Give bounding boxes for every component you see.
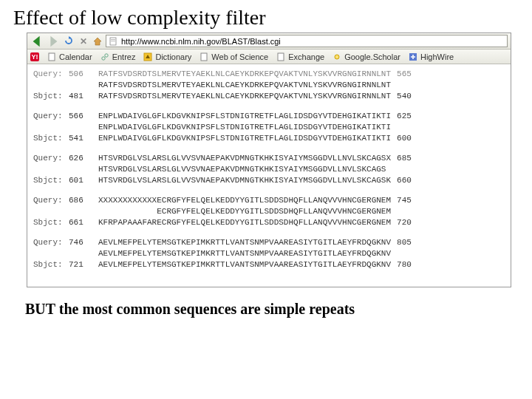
alignment-row: ECRGFYFELQELKEDDYYGITLSDDSDHQFLLANQVVVHN…	[27, 206, 511, 217]
alignment-row: Query:506RATFSVDSRDTSLMERVTEYAEKLNLCAEYK…	[27, 69, 511, 80]
alignment-row: AEVLMEFPELYTEMSGTKEPIMKRTTLVANTSNMPVAARE…	[27, 248, 511, 259]
doc-icon	[199, 52, 209, 62]
bookmark-web-of-science[interactable]: Web of Science	[199, 52, 268, 62]
bookmark-entrez[interactable]: Entrez	[100, 52, 136, 62]
sun-icon	[332, 52, 342, 62]
bookmark-label: Exchange	[288, 52, 324, 61]
alignment-row: Query:626HTSVRDGLVSLARSLGLVVSVNAEPAKVDMN…	[27, 153, 511, 164]
bookmark-label: Entrez	[112, 52, 136, 61]
svg-point-9	[335, 55, 339, 59]
alignment-row: Query:746AEVLMEFPELYTEMSGTKEPIMKRTTLVANT…	[27, 237, 511, 248]
alignment-row: Sbjct:481RATFSVDSRDTSLMERVTEYAEKLNLCAEYK…	[27, 91, 511, 102]
alignment-block: Query:506RATFSVDSRDTSLMERVTEYAEKLNLCAEYK…	[27, 69, 511, 102]
page-icon	[108, 36, 118, 47]
alignment-row: RATFSVDSRDTSLMERVTEYAEKLNLCAEYKDRKEPQVAK…	[27, 80, 511, 91]
svg-rect-8	[278, 53, 284, 61]
alignment-row: Query:566ENPLWDAIVGLGFLKDGVKNIPSFLSTDNIG…	[27, 111, 511, 122]
link-icon	[100, 52, 110, 62]
bookmark-exchange[interactable]: Exchange	[276, 52, 324, 62]
bookmark-label: Google.Scholar	[344, 52, 400, 61]
forward-button[interactable]	[47, 35, 60, 47]
bookmark-label: HighWire	[420, 52, 454, 61]
doc-icon	[276, 52, 286, 62]
slide-footer-note: BUT the most common sequences are simple…	[0, 287, 532, 318]
up-arrow-icon	[143, 52, 153, 62]
alignment-block: Query:566ENPLWDAIVGLGFLKDGVKNIPSFLSTDNIG…	[27, 111, 511, 144]
bookmark-google-scholar[interactable]: Google.Scholar	[332, 52, 400, 62]
alignment-row: Sbjct:601HTSVRDGLVSLARSLGLVVSVNAEPAKVDMN…	[27, 175, 511, 186]
alignment-row: HTSVRDGLVSLARSLGLVVSVNAEPAKVDMNGTKHKISYA…	[27, 164, 511, 175]
alignment-block: Query:746AEVLMEFPELYTEMSGTKEPIMKRTTLVANT…	[27, 237, 511, 270]
browser-window: ✕ http://www.ncbi.nlm.nih.gov/BLAST/Blas…	[27, 33, 511, 287]
address-toolbar: ✕ http://www.ncbi.nlm.nih.gov/BLAST/Blas…	[27, 33, 511, 50]
slide-title: Effect of low complexity filter	[0, 0, 532, 33]
alignment-row: Query:686XXXXXXXXXXXXECRGFYFELQELKEDDYYG…	[27, 195, 511, 206]
alignment-block: Query:686XXXXXXXXXXXXECRGFYFELQELKEDDYYG…	[27, 195, 511, 228]
plus-icon	[408, 52, 418, 62]
bookmark-dictionary[interactable]: Dictionary	[143, 52, 191, 62]
stop-button[interactable]: ✕	[78, 35, 89, 47]
bookmarks-toolbar: Y! Calendar Entrez Dictionary Web of Sci…	[27, 50, 511, 64]
yahoo-icon: Y!	[30, 52, 39, 61]
alignment-row: ENPLWDAIVGLGFLKDGVKNIPSFLSTDNIGTRETFLAGL…	[27, 122, 511, 133]
svg-rect-2	[111, 41, 115, 41]
bookmark-label: Web of Science	[211, 52, 268, 61]
svg-point-4	[101, 56, 104, 59]
bookmark-yahoo[interactable]: Y!	[30, 52, 39, 61]
reload-button[interactable]	[63, 35, 75, 47]
bookmark-calendar[interactable]: Calendar	[47, 52, 92, 62]
home-button[interactable]	[92, 36, 103, 47]
url-text: http://www.ncbi.nlm.nih.gov/BLAST/Blast.…	[121, 37, 281, 46]
svg-rect-7	[201, 53, 207, 61]
url-input[interactable]: http://www.ncbi.nlm.nih.gov/BLAST/Blast.…	[106, 35, 508, 47]
back-button[interactable]	[30, 35, 44, 47]
alignment-row: Sbjct:661KFRPAPAAAFARECRGFYFELQELKEDDYYG…	[27, 217, 511, 228]
bookmark-label: Calendar	[59, 52, 92, 61]
svg-point-5	[104, 53, 107, 56]
bookmark-highwire[interactable]: HighWire	[408, 52, 454, 62]
alignment-block: Query:626HTSVRDGLVSLARSLGLVVSVNAEPAKVDMN…	[27, 153, 511, 186]
alignment-row: Sbjct:721AEVLMEFPELYTEMSGTKEPIMKRTTLVANT…	[27, 259, 511, 270]
alignment-row: Sbjct:541ENPLWDAIVGLGFLKDGVKNIPSFLSTDNIG…	[27, 133, 511, 144]
blast-alignment-output: Query:506RATFSVDSRDTSLMERVTEYAEKLNLCAEYK…	[27, 64, 511, 287]
svg-rect-1	[111, 39, 115, 40]
doc-icon	[47, 52, 57, 62]
svg-rect-3	[49, 53, 55, 61]
bookmark-label: Dictionary	[155, 52, 191, 61]
